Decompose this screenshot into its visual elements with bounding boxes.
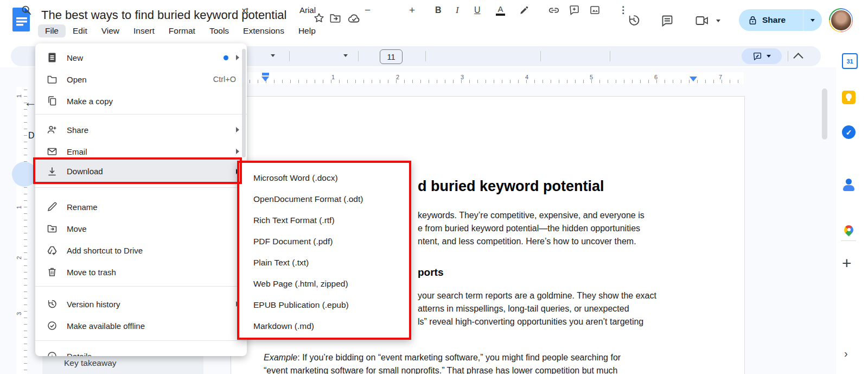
toolbar-divider xyxy=(540,51,541,61)
decrease-font-size-button[interactable]: − xyxy=(365,0,371,20)
file-menu: New Open Ctrl+O Make a copy Share xyxy=(35,43,247,356)
chevron-down-icon[interactable] xyxy=(271,54,275,57)
menu-item-rename[interactable]: Rename xyxy=(35,196,247,218)
share-button-label: Share xyxy=(762,15,786,25)
chevron-down-icon xyxy=(767,55,771,58)
menu-extensions[interactable]: Extensions xyxy=(236,24,291,37)
menu-item-move-to-trash[interactable]: Move to trash xyxy=(35,261,247,283)
highlight-color-button[interactable] xyxy=(519,0,529,20)
comment-icon[interactable] xyxy=(661,14,674,27)
underline-button[interactable]: U xyxy=(474,0,481,20)
ruler-number: 2 xyxy=(396,74,399,80)
menubar: File Edit View Insert Format Tools Exten… xyxy=(38,23,323,38)
outline-item-label: Key takeaway xyxy=(64,358,117,368)
italic-button[interactable]: I xyxy=(456,0,459,20)
text-color-swatch xyxy=(496,14,505,16)
side-panel-divider xyxy=(841,240,856,241)
left-indent-marker[interactable] xyxy=(261,77,269,81)
submenu-arrow-icon xyxy=(236,55,239,60)
submenu-item-txt[interactable]: Plain Text (.txt) xyxy=(253,252,309,273)
submenu-item-html[interactable]: Web Page (.html, zipped) xyxy=(253,273,348,294)
get-addons-button[interactable]: + xyxy=(842,254,852,272)
menu-scrollbar[interactable] xyxy=(242,49,246,157)
submenu-item-pdf[interactable]: PDF Document (.pdf) xyxy=(253,231,333,252)
menu-file[interactable]: File xyxy=(38,24,66,37)
menu-divider xyxy=(35,187,247,188)
ruler-number: 3 xyxy=(16,312,22,315)
doc-example-label: Example xyxy=(264,353,297,362)
menu-item-share[interactable]: Share xyxy=(35,119,247,141)
google-keep-icon[interactable] xyxy=(842,91,856,104)
text-color-button[interactable]: A xyxy=(496,0,505,20)
menu-tools[interactable]: Tools xyxy=(202,24,236,37)
horizontal-ruler-ticks xyxy=(233,80,744,83)
document-title[interactable]: The best ways to find buried keyword pot… xyxy=(41,8,286,22)
share-dropdown-button[interactable] xyxy=(803,19,822,22)
move-folder-icon[interactable] xyxy=(329,12,341,23)
share-button[interactable]: Share xyxy=(739,15,803,26)
submenu-item-odt[interactable]: OpenDocument Format (.odt) xyxy=(253,188,363,210)
download-submenu: Microsoft Word (.docx) OpenDocument Form… xyxy=(237,161,411,340)
add-comment-button[interactable] xyxy=(569,0,580,20)
paragraph-style-dropdown[interactable]: xt xyxy=(242,0,248,20)
submenu-item-md[interactable]: Markdown (.md) xyxy=(253,315,314,337)
document-scrollbar[interactable] xyxy=(822,88,827,140)
menu-item-move[interactable]: Move xyxy=(35,218,247,239)
avatar-photo xyxy=(830,9,852,31)
open-folder-icon xyxy=(47,74,58,85)
doc-heading-1: d buried keyword potential xyxy=(418,178,604,195)
menu-help[interactable]: Help xyxy=(291,24,323,37)
editing-mode-dropdown[interactable] xyxy=(742,48,782,64)
version-history-icon[interactable] xyxy=(627,14,641,27)
chevron-down-icon[interactable] xyxy=(343,54,348,57)
bold-button[interactable]: B xyxy=(435,0,442,20)
new-badge-dot xyxy=(224,55,228,60)
doc-heading-2: ports xyxy=(418,267,444,278)
ruler-number: 4 xyxy=(525,74,528,80)
copy-icon xyxy=(47,96,58,106)
annotation-red-box xyxy=(33,157,242,184)
hide-side-panel-button[interactable]: › xyxy=(844,347,848,360)
font-size-input[interactable]: 11 xyxy=(380,49,403,64)
menu-insert[interactable]: Insert xyxy=(126,24,162,37)
font-family-dropdown[interactable]: Arial xyxy=(299,0,316,20)
menu-item-make-a-copy[interactable]: Make a copy xyxy=(35,90,247,112)
vertical-ruler-ticks xyxy=(24,90,27,374)
submenu-item-epub[interactable]: EPUB Publication (.epub) xyxy=(253,294,349,315)
menu-view[interactable]: View xyxy=(94,24,126,37)
account-avatar[interactable] xyxy=(829,8,853,32)
ruler-number: 5 xyxy=(590,74,593,80)
indent-marker-bar[interactable] xyxy=(262,73,269,75)
search-menus-button[interactable] xyxy=(21,0,32,20)
menu-edit[interactable]: Edit xyxy=(66,24,94,37)
google-contacts-icon[interactable] xyxy=(842,178,856,192)
menu-divider xyxy=(35,114,247,115)
video-call-dropdown-icon[interactable] xyxy=(716,20,720,22)
chevron-down-icon xyxy=(810,19,815,22)
toolbar-divider xyxy=(610,51,610,61)
insert-image-button[interactable] xyxy=(589,0,601,20)
more-toolbar-options-button[interactable]: ⋮ xyxy=(618,0,628,20)
menu-format[interactable]: Format xyxy=(162,24,202,37)
ruler-number: 1 xyxy=(16,94,22,98)
submenu-item-docx[interactable]: Microsoft Word (.docx) xyxy=(253,167,338,188)
right-indent-marker[interactable] xyxy=(690,77,697,81)
google-calendar-icon[interactable]: 31 xyxy=(842,53,858,69)
doc-paragraph-line: e from buried keyword potential—the hidd… xyxy=(418,224,640,233)
google-tasks-icon[interactable]: ✓ xyxy=(842,125,856,139)
menu-item-version-history[interactable]: Version history xyxy=(35,293,247,315)
menu-item-make-available-offline[interactable]: Make available offline xyxy=(35,315,247,337)
share-button-group: Share xyxy=(739,9,822,31)
hide-menus-button[interactable] xyxy=(795,52,802,61)
insert-link-button[interactable] xyxy=(548,0,560,20)
cloud-saved-icon[interactable] xyxy=(348,13,361,24)
google-maps-icon[interactable] xyxy=(842,225,856,238)
menu-item-details[interactable]: Details xyxy=(35,345,247,356)
submenu-item-rtf[interactable]: Rich Text Format (.rtf) xyxy=(253,210,335,231)
menu-item-add-shortcut-to-drive[interactable]: Add shortcut to Drive xyxy=(35,239,247,261)
increase-font-size-button[interactable]: + xyxy=(409,0,415,20)
menu-item-new[interactable]: New xyxy=(35,47,247,68)
menu-item-open[interactable]: Open Ctrl+O xyxy=(35,68,247,90)
doc-paragraph-line: atterns in misspellings, long-tail queri… xyxy=(418,304,629,314)
video-call-icon[interactable] xyxy=(695,15,709,26)
